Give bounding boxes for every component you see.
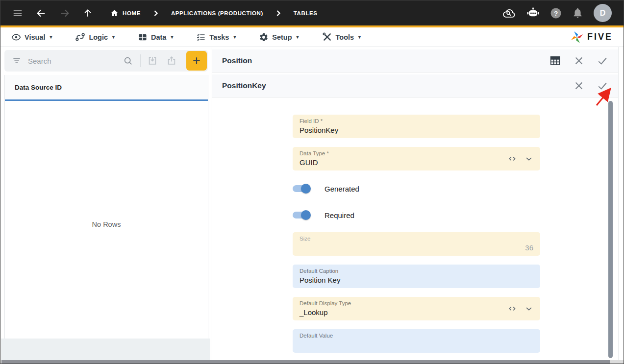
history-nav [36,8,93,19]
default-value-label: Default Value [300,333,533,339]
avatar-initial: D [600,9,606,18]
menu-tools[interactable]: Tools ▼ [322,32,362,42]
menu-visual-label: Visual [25,33,45,41]
toggle-switch [293,209,311,221]
record-list-panel: Data Source ID No Rows [0,47,211,364]
record-header: Position [212,49,618,73]
five-logo-text: FIVE [587,32,613,42]
toolbar-divider [140,54,141,67]
data-type-select[interactable]: Data Type * GUID [293,147,540,170]
menu-logic-label: Logic [89,33,108,41]
add-record-button[interactable] [186,51,207,71]
caret-down-icon: ▼ [49,35,53,40]
user-avatar[interactable]: D [594,4,612,22]
toggle-switch [293,183,311,194]
detail-panel: Position PositionKey [212,47,619,360]
close-icon[interactable] [574,55,584,66]
tasks-checklist-icon [196,32,206,42]
menu-data[interactable]: Data ▼ [138,32,174,42]
field-id-label: Field ID * [300,118,533,124]
breadcrumb-home-label: HOME [123,10,141,16]
breadcrumb-tables-label: TABLES [294,10,318,16]
menu-visual[interactable]: Visual ▼ [11,32,53,42]
scrollbar-corner [610,360,624,364]
field-header-actions [574,80,608,91]
breadcrumb: HOME APPLICATIONS (PRODUCTION) TABLES [110,9,318,17]
size-value: 36 [300,243,533,252]
field-id-value: PositionKey [300,126,533,134]
import-icon[interactable] [147,55,158,66]
default-display-type-select[interactable]: Default Display Type _Lookup [293,297,540,320]
required-toggle[interactable]: Required [293,209,540,221]
five-pinwheel-icon [570,30,584,45]
no-rows-message: No Rows [5,220,208,228]
top-navigation-bar: HOME APPLICATIONS (PRODUCTION) TABLES [0,0,624,25]
chevron-down-icon[interactable] [524,154,533,163]
default-caption-label: Default Caption [300,268,533,274]
plus-icon [192,56,201,66]
help-icon[interactable]: ? [550,7,562,19]
default-value-input[interactable]: Default Value [293,329,540,353]
breadcrumb-applications-label: APPLICATIONS (PRODUCTION) [171,10,263,16]
hamburger-menu-icon[interactable] [12,8,23,19]
record-header-actions [549,55,608,67]
column-header-label: Data Source ID [15,84,62,91]
export-icon[interactable] [166,55,177,66]
record-title: Position [222,56,252,65]
records-grid: Data Source ID No Rows [4,75,208,339]
menu-tools-label: Tools [336,33,354,41]
home-icon [110,9,119,17]
menu-logic[interactable]: Logic ▼ [75,32,116,42]
filter-icon[interactable] [12,56,22,66]
main-menu-bar: Visual ▼ Logic ▼ Data ▼ Tasks ▼ [0,27,624,47]
chevron-down-icon[interactable] [524,304,533,313]
up-arrow-icon[interactable] [83,8,93,18]
form-vertical-scrollbar[interactable] [608,101,613,358]
menu-setup[interactable]: Setup ▼ [259,32,300,42]
logic-flow-icon [75,32,85,42]
app-window: HOME APPLICATIONS (PRODUCTION) TABLES [0,0,624,364]
caret-down-icon: ▼ [111,35,116,40]
field-id-input[interactable]: Field ID * PositionKey [293,115,540,138]
menu-data-label: Data [151,33,166,41]
data-grid-icon [138,32,148,42]
gear-icon [259,32,269,42]
breadcrumb-home[interactable]: HOME [110,9,141,17]
save-check-icon[interactable] [597,55,608,66]
notifications-bell-icon[interactable] [572,7,583,19]
horizontal-scrollbar-thumb[interactable] [1,360,610,364]
caret-down-icon: ▼ [357,35,362,40]
tools-icon [322,32,332,42]
menu-tasks-label: Tasks [209,33,229,41]
data-type-value: GUID [300,158,533,167]
forward-arrow-icon[interactable] [59,8,70,19]
search-input[interactable] [28,57,123,65]
topbar-actions: ? D [502,4,612,22]
save-check-icon[interactable] [597,80,608,91]
close-icon[interactable] [574,80,584,91]
menu-setup-label: Setup [272,33,292,41]
breadcrumb-tables[interactable]: TABLES [294,10,318,16]
caret-down-icon: ▼ [170,35,174,40]
data-type-label: Data Type * [300,150,533,156]
generated-toggle[interactable]: Generated [293,183,540,194]
breadcrumb-applications[interactable]: APPLICATIONS (PRODUCTION) [171,10,263,16]
default-display-type-value: _Lookup [300,308,533,316]
code-icon[interactable] [507,154,517,163]
size-input-disabled: Size 36 [293,232,540,256]
chevron-right-icon [153,10,158,16]
assistant-bot-icon[interactable] [526,7,540,19]
default-caption-value: Position Key [300,276,533,284]
table-grid-icon[interactable] [549,55,561,67]
code-icon[interactable] [507,304,517,313]
five-logo: FIVE [570,30,613,45]
menu-tasks[interactable]: Tasks ▼ [196,32,237,42]
caret-down-icon: ▼ [296,35,300,40]
column-header-underline [5,99,208,101]
cloud-search-icon[interactable] [502,7,516,20]
search-icon[interactable] [123,56,133,66]
field-detail-title: PositionKey [222,81,266,90]
column-header-data-source-id[interactable]: Data Source ID [5,75,208,99]
back-arrow-icon[interactable] [36,8,47,19]
default-caption-input[interactable]: Default Caption Position Key [293,265,540,288]
